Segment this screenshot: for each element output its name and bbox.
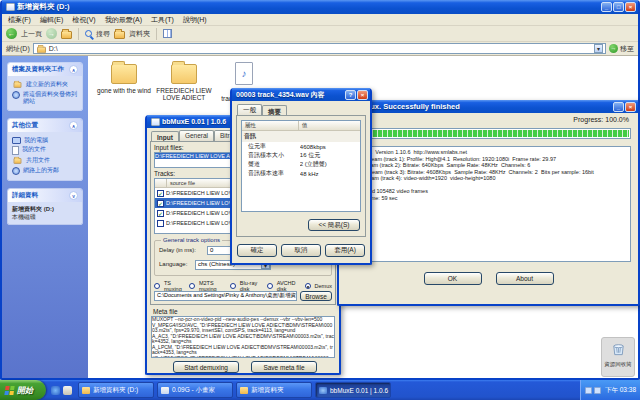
column-value[interactable]: 值 bbox=[299, 121, 360, 131]
details-panel-header[interactable]: 詳細資料 ∨ bbox=[8, 189, 82, 202]
help-button[interactable]: ? bbox=[345, 90, 356, 100]
simple-toggle-button[interactable]: << 簡易(S) bbox=[308, 219, 360, 231]
chevron-up-icon[interactable]: ∧ bbox=[69, 121, 78, 130]
menu-help[interactable]: 說明(H) bbox=[183, 15, 207, 25]
maximize-button[interactable]: □ bbox=[613, 2, 624, 12]
ok-button[interactable]: 確定 bbox=[237, 244, 277, 257]
recycle-bin-icon[interactable]: 資源回收筒 bbox=[601, 337, 635, 377]
property-row[interactable]: 聲道 2 (立體聲) bbox=[242, 160, 360, 169]
place-link-my-documents[interactable]: 我的文件 bbox=[12, 146, 78, 155]
up-folder-icon[interactable] bbox=[61, 31, 72, 39]
properties-list[interactable]: 屬性 值 音訊 位元率 4608kbps 音訊樣本大小 16 位元 聲道 2 (… bbox=[241, 120, 361, 212]
task-link[interactable]: 將這個資料夾發佈到網站 bbox=[12, 91, 78, 105]
cancel-button[interactable]: 取消 bbox=[281, 244, 321, 257]
views-icon[interactable] bbox=[163, 29, 172, 38]
close-button[interactable]: × bbox=[625, 102, 636, 112]
back-button[interactable]: 上一頁 bbox=[21, 29, 42, 39]
output-path-input[interactable]: C:\Documents and Settings\Pinky & Anthon… bbox=[154, 291, 297, 301]
log-textarea[interactable]: tsMuxeR. Version 1.10.6 http://www.smlab… bbox=[346, 146, 631, 262]
toolbar-separator bbox=[78, 28, 79, 40]
delay-input[interactable]: 0 bbox=[207, 246, 231, 255]
radio-bluray-disk[interactable] bbox=[230, 283, 236, 289]
menu-file[interactable]: 檔案(F) bbox=[8, 15, 31, 25]
start-button[interactable]: 開始 bbox=[0, 380, 46, 400]
language-label: Language: bbox=[159, 261, 187, 267]
column-property[interactable]: 屬性 bbox=[242, 121, 299, 131]
radio-m2ts-muxing[interactable] bbox=[189, 283, 195, 289]
back-icon[interactable]: ← bbox=[6, 28, 17, 39]
properties-titlebar[interactable]: 00003 track_4354.wav 內容 ? × bbox=[232, 88, 370, 101]
menu-view[interactable]: 檢視(V) bbox=[72, 15, 95, 25]
track-checkbox[interactable]: ✓ bbox=[157, 210, 164, 217]
meta-file-textarea[interactable]: MUXOPT --no-pcr-on-video-pid --new-audio… bbox=[151, 316, 335, 358]
radio-ts-muxing[interactable] bbox=[154, 283, 160, 289]
chevron-down-icon[interactable]: ∨ bbox=[69, 191, 78, 200]
tray-volume-icon[interactable] bbox=[585, 387, 592, 394]
property-row[interactable]: 音訊樣本大小 16 位元 bbox=[242, 151, 360, 160]
property-group-row: 音訊 bbox=[242, 131, 360, 142]
save-meta-file-button[interactable]: Save meta file bbox=[251, 361, 317, 373]
computer-icon bbox=[12, 137, 21, 144]
address-label: 網址(D) bbox=[6, 44, 30, 54]
file-item[interactable]: gone with the wind bbox=[96, 62, 152, 94]
go-button[interactable]: → 移至 bbox=[609, 44, 634, 54]
go-icon: → bbox=[609, 44, 618, 53]
places-panel: 其他位置 ∧ 我的電腦 我的文件 共用文件 網路上的芳鄰 bbox=[7, 118, 83, 181]
taskbar-button-folder[interactable]: 新增資料夾 bbox=[236, 382, 312, 398]
explorer-addressbar: 網址(D) D:\ ▾ → 移至 bbox=[2, 42, 638, 56]
ok-button[interactable]: OK bbox=[424, 272, 482, 285]
track-checkbox[interactable]: ✓ bbox=[157, 200, 164, 207]
tab-general[interactable]: General bbox=[179, 130, 214, 141]
place-link-my-computer[interactable]: 我的電腦 bbox=[12, 137, 78, 144]
forward-icon[interactable]: → bbox=[46, 28, 57, 39]
explorer-titlebar[interactable]: 新增資料夾 (D:) _ □ × bbox=[2, 0, 638, 14]
close-button[interactable]: × bbox=[357, 90, 368, 100]
folders-icon[interactable] bbox=[114, 31, 125, 39]
menu-tools[interactable]: 工具(T) bbox=[151, 15, 174, 25]
address-dropdown-icon[interactable]: ▾ bbox=[594, 44, 603, 53]
taskbar-button-muxer[interactable]: bbMuxE 0.01 | 1.0.6 bbox=[315, 382, 391, 398]
explorer-sidebar: 檔案及資料夾工作 ∧ 建立新的資料夾 將這個資料夾發佈到網站 其他位置 ∧ 我的… bbox=[2, 56, 88, 378]
taskbar-button-explorer[interactable]: 新增資料夾 (D:) bbox=[78, 382, 154, 398]
minimize-button[interactable]: _ bbox=[601, 2, 612, 12]
app-icon bbox=[151, 118, 160, 126]
folders-button[interactable]: 資料夾 bbox=[129, 29, 150, 39]
menu-favorites[interactable]: 我的最愛(A) bbox=[105, 15, 142, 25]
tasks-panel-header[interactable]: 檔案及資料夾工作 ∧ bbox=[8, 63, 82, 76]
places-panel-header[interactable]: 其他位置 ∧ bbox=[8, 119, 82, 132]
search-button[interactable]: 搜尋 bbox=[96, 29, 110, 39]
address-folder-icon bbox=[37, 46, 46, 52]
place-link-shared-documents[interactable]: 共用文件 bbox=[12, 157, 78, 165]
start-demuxing-button[interactable]: Start demuxing bbox=[173, 361, 239, 373]
search-icon[interactable] bbox=[85, 30, 92, 37]
quicklaunch-show-desktop-icon[interactable] bbox=[63, 386, 72, 395]
close-button[interactable]: × bbox=[625, 2, 636, 12]
taskbar-button-paint[interactable]: 0.09G - 小畫家 bbox=[157, 382, 233, 398]
minimize-button[interactable]: _ bbox=[613, 102, 624, 112]
task-link[interactable]: 建立新的資料夾 bbox=[12, 81, 78, 89]
file-item[interactable]: FREEDIECH LIEW LOVE ADIECT bbox=[156, 62, 212, 101]
property-row[interactable]: 位元率 4608kbps bbox=[242, 142, 360, 151]
address-input[interactable]: D:\ ▾ bbox=[33, 43, 606, 54]
radio-demux[interactable] bbox=[305, 283, 311, 289]
chevron-up-icon[interactable]: ∧ bbox=[69, 65, 78, 74]
recycle-bin-glyph bbox=[611, 341, 626, 357]
taskbar-clock[interactable]: 下午 03:38 bbox=[605, 386, 636, 395]
track-checkbox[interactable]: ✓ bbox=[157, 190, 164, 197]
about-button[interactable]: About bbox=[496, 272, 554, 285]
menu-edit[interactable]: 編輯(E) bbox=[40, 15, 63, 25]
browse-button[interactable]: Browse bbox=[300, 291, 332, 301]
track-checkbox[interactable] bbox=[157, 220, 164, 227]
details-name: 新增資料夾 (D:) bbox=[12, 205, 78, 213]
system-tray: 下午 03:38 bbox=[580, 380, 640, 400]
explorer-toolbar: ← 上一頁 → 搜尋 資料夾 bbox=[2, 26, 638, 42]
property-row[interactable]: 音訊樣本速率 48 kHz bbox=[242, 169, 360, 178]
folder-icon bbox=[82, 387, 90, 394]
progress-titlebar[interactable]: Demux. Successfully finished _ × bbox=[339, 100, 638, 113]
quicklaunch-ie-icon[interactable] bbox=[51, 386, 60, 395]
folder-icon bbox=[171, 64, 197, 84]
tray-network-icon[interactable] bbox=[594, 387, 601, 394]
apply-button[interactable]: 套用(A) bbox=[325, 244, 365, 257]
place-link-network[interactable]: 網路上的芳鄰 bbox=[12, 167, 78, 175]
radio-avchd-disk[interactable] bbox=[267, 283, 273, 289]
